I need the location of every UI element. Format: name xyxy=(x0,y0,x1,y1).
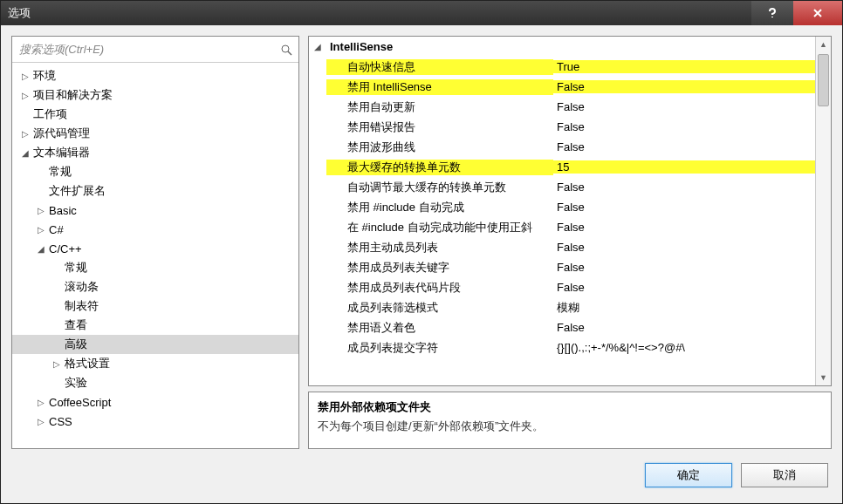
tree-item-label: C# xyxy=(47,223,64,236)
help-button[interactable] xyxy=(751,1,793,25)
chevron-icon[interactable]: ▷ xyxy=(35,206,47,215)
property-value[interactable]: False xyxy=(553,221,815,234)
chevron-icon[interactable]: ▷ xyxy=(35,225,47,235)
tree-item[interactable]: ▷格式设置 xyxy=(12,354,298,373)
tree-item[interactable]: 常规 xyxy=(12,258,298,277)
tree-item[interactable]: ◢文本编辑器 xyxy=(12,143,298,162)
ok-button[interactable]: 确定 xyxy=(645,463,732,487)
property-name: 禁用成员列表代码片段 xyxy=(326,280,553,296)
tree-item[interactable]: 实验 xyxy=(12,373,298,392)
property-row[interactable]: 最大缓存的转换单元数15 xyxy=(309,157,815,177)
property-row[interactable]: 在 #include 自动完成功能中使用正斜False xyxy=(309,217,815,237)
tree-item[interactable]: ▷环境 xyxy=(12,66,298,85)
options-window: 选项 ▷环境▷项目和解决方案工作项▷源代码管理◢文本编辑器常规文件扩展名▷Bas… xyxy=(0,0,843,504)
scroll-track[interactable] xyxy=(816,52,831,370)
property-row[interactable]: 禁用错误报告False xyxy=(309,117,815,137)
tree-item-label: CSS xyxy=(47,415,72,428)
chevron-icon[interactable]: ▷ xyxy=(51,359,63,369)
property-value[interactable]: False xyxy=(553,281,815,294)
property-value[interactable]: False xyxy=(553,80,815,93)
scroll-down-icon[interactable]: ▼ xyxy=(816,370,831,385)
tree-item[interactable]: ◢C/C++ xyxy=(12,239,298,258)
tree-item[interactable]: 查看 xyxy=(12,316,298,335)
tree-item-label: 查看 xyxy=(63,317,87,333)
options-tree[interactable]: ▷环境▷项目和解决方案工作项▷源代码管理◢文本编辑器常规文件扩展名▷Basic▷… xyxy=(12,63,298,448)
close-button[interactable] xyxy=(793,1,842,25)
chevron-icon[interactable]: ▷ xyxy=(19,91,31,100)
search-input[interactable] xyxy=(12,39,274,59)
right-panel: ◢IntelliSense自动快速信息True禁用 IntelliSenseFa… xyxy=(308,36,832,449)
cancel-button[interactable]: 取消 xyxy=(741,463,828,487)
vertical-scrollbar[interactable]: ▲ ▼ xyxy=(815,37,831,385)
ok-label: 确定 xyxy=(677,467,700,483)
chevron-icon[interactable]: ◢ xyxy=(35,244,47,254)
help-icon xyxy=(766,7,778,19)
tree-item-label: 常规 xyxy=(63,260,87,276)
tree-item[interactable]: 制表符 xyxy=(12,296,298,316)
chevron-down-icon[interactable]: ◢ xyxy=(309,42,326,51)
property-name: 禁用自动更新 xyxy=(326,99,553,115)
property-row[interactable]: 自动调节最大缓存的转换单元数False xyxy=(309,177,815,197)
property-row[interactable]: 禁用成员列表关键字False xyxy=(309,257,815,277)
property-value[interactable]: False xyxy=(553,201,815,214)
scroll-thumb[interactable] xyxy=(818,54,829,106)
property-name: 最大缓存的转换单元数 xyxy=(326,160,553,175)
property-name: 禁用成员列表关键字 xyxy=(326,260,553,276)
chevron-icon[interactable]: ▷ xyxy=(19,129,31,139)
property-value[interactable]: {}[]().,:;+-*/%&|^!=<>?@#\ xyxy=(553,341,815,354)
scroll-up-icon[interactable]: ▲ xyxy=(816,37,831,52)
tree-item[interactable]: 文件扩展名 xyxy=(12,181,298,201)
property-grid: ◢IntelliSense自动快速信息True禁用 IntelliSenseFa… xyxy=(308,36,832,386)
description-panel: 禁用外部依赖项文件夹 不为每个项目创建/更新“外部依赖项”文件夹。 xyxy=(308,392,832,449)
property-row[interactable]: 禁用 #include 自动完成False xyxy=(309,197,815,217)
search-icon[interactable] xyxy=(274,44,298,56)
property-row[interactable]: 禁用成员列表代码片段False xyxy=(309,277,815,297)
tree-item-label: 项目和解决方案 xyxy=(31,87,113,103)
tree-item[interactable]: ▷Basic xyxy=(12,201,298,220)
property-row[interactable]: 禁用语义着色False xyxy=(309,317,815,337)
svg-point-0 xyxy=(282,45,289,52)
property-value[interactable]: False xyxy=(553,140,815,153)
property-value[interactable]: False xyxy=(553,180,815,194)
property-value[interactable]: 15 xyxy=(553,160,815,174)
tree-item[interactable]: ▷CoffeeScript xyxy=(12,392,298,412)
tree-item-label: 工作项 xyxy=(31,106,67,122)
chevron-icon[interactable]: ▷ xyxy=(35,398,47,407)
property-row[interactable]: 禁用 IntelliSenseFalse xyxy=(309,77,815,97)
property-value[interactable]: False xyxy=(553,261,815,274)
chevron-icon[interactable]: ▷ xyxy=(35,417,47,426)
property-name: 禁用主动成员列表 xyxy=(326,240,553,255)
property-name: 禁用语义着色 xyxy=(326,320,553,336)
tree-item-label: Basic xyxy=(47,204,77,217)
property-row[interactable]: 禁用波形曲线False xyxy=(309,137,815,157)
tree-item-label: C/C++ xyxy=(47,242,82,255)
property-value[interactable]: True xyxy=(553,60,815,73)
tree-item[interactable]: 常规 xyxy=(12,162,298,181)
tree-item[interactable]: ▷CSS xyxy=(12,412,298,431)
window-title: 选项 xyxy=(8,5,751,21)
property-row[interactable]: 成员列表筛选模式模糊 xyxy=(309,297,815,317)
tree-item[interactable]: ▷C# xyxy=(12,220,298,239)
tree-item[interactable]: 工作项 xyxy=(12,105,298,124)
close-icon xyxy=(812,7,824,19)
property-value[interactable]: False xyxy=(553,100,815,113)
titlebar: 选项 xyxy=(1,1,842,25)
tree-item[interactable]: 高级 xyxy=(12,335,298,354)
tree-item[interactable]: ▷项目和解决方案 xyxy=(12,85,298,105)
property-value[interactable]: False xyxy=(553,321,815,334)
tree-item-label: 文件扩展名 xyxy=(47,183,106,199)
property-row[interactable]: 自动快速信息True xyxy=(309,57,815,77)
property-row[interactable]: 禁用自动更新False xyxy=(309,97,815,117)
tree-item[interactable]: ▷源代码管理 xyxy=(12,124,298,143)
property-row[interactable]: 成员列表提交字符{}[]().,:;+-*/%&|^!=<>?@#\ xyxy=(309,337,815,358)
tree-item[interactable]: 滚动条 xyxy=(12,277,298,296)
property-grid-body[interactable]: ◢IntelliSense自动快速信息True禁用 IntelliSenseFa… xyxy=(309,37,815,385)
chevron-icon[interactable]: ◢ xyxy=(19,148,31,158)
property-value[interactable]: False xyxy=(553,241,815,254)
property-section-header[interactable]: ◢IntelliSense xyxy=(309,37,815,57)
property-row[interactable]: 禁用主动成员列表False xyxy=(309,237,815,257)
property-value[interactable]: 模糊 xyxy=(553,300,815,316)
chevron-icon[interactable]: ▷ xyxy=(19,72,31,81)
property-value[interactable]: False xyxy=(553,120,815,133)
property-name: 禁用 #include 自动完成 xyxy=(326,200,553,215)
